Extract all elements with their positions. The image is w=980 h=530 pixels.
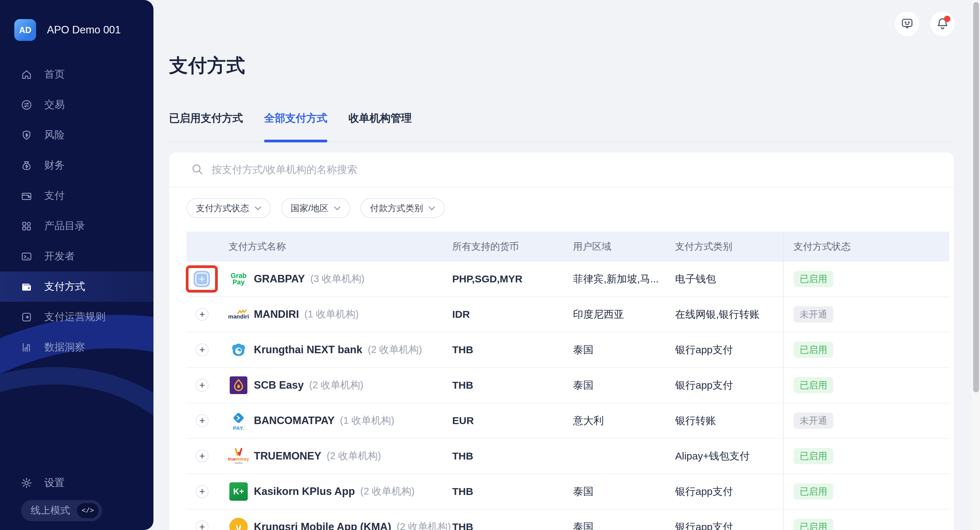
sidebar-item-rules[interactable]: 支付运营规则 <box>0 302 153 332</box>
status-cell: 已启用 <box>783 439 950 473</box>
sidebar-item-label: 交易 <box>44 98 65 112</box>
table-row: + Krungthai NEXT bank (2 收单机构) THB 泰国 银行… <box>186 332 950 368</box>
search-bar[interactable]: 按支付方式/收单机构的名称搜索 <box>169 153 954 187</box>
sidebar-item-label: 设置 <box>44 476 65 490</box>
filter-payment-category[interactable]: 付款方式类别 <box>360 198 445 218</box>
acquirer-count: (2 收单机构) <box>327 449 381 463</box>
expand-row-button[interactable]: + <box>196 343 208 356</box>
tab-enabled-payment-methods[interactable]: 已启用支付方式 <box>169 111 243 142</box>
notification-dot <box>944 16 950 22</box>
scrollbar-thumb[interactable] <box>973 2 979 393</box>
expand-cell: + <box>186 262 229 296</box>
sidebar-item-home[interactable]: 首页 <box>0 59 153 89</box>
currencies-cell: IDR <box>452 309 573 320</box>
payment-methods-icon <box>21 281 33 293</box>
expand-row-button[interactable]: + <box>196 308 208 321</box>
region-cell: 泰国 <box>573 378 675 393</box>
risk-icon <box>21 129 33 141</box>
status-cell: 已启用 <box>783 474 950 509</box>
catalog-icon <box>21 220 33 232</box>
gear-icon <box>21 477 33 489</box>
sidebar-item-risk[interactable]: 风险 <box>0 120 153 150</box>
table-row: + truemoney wallet TRUEMONEY (2 收单机构) TH… <box>186 439 950 474</box>
category-cell: 在线网银,银行转账 <box>675 308 783 322</box>
currencies-cell: THB <box>452 344 573 356</box>
payment-method-cell: Krungsri Mobile App (KMA) (2 收单机构) <box>229 517 452 530</box>
payment-method-name: BANCOMATPAY <box>254 415 334 427</box>
status-badge: 已启用 <box>794 483 833 500</box>
filter-label: 付款方式类别 <box>370 202 423 214</box>
sidebar-item-finance[interactable]: 财务 <box>0 150 153 180</box>
account-profile[interactable]: AD APO Demo 001 <box>0 0 153 41</box>
table-row: + PAY. BANCOMATPAY (1 收单机构) EUR 意大利 银行转账… <box>186 403 950 439</box>
online-mode-toggle[interactable]: 线上模式 </> <box>21 500 102 521</box>
currencies-cell: THB <box>452 450 573 462</box>
notifications-button[interactable] <box>930 11 955 36</box>
sidebar-item-payment-methods[interactable]: 支付方式 <box>0 271 153 302</box>
sidebar-item-insights[interactable]: 数据洞察 <box>0 332 153 362</box>
page-title: 支付方式 <box>169 0 980 78</box>
filter-country-region[interactable]: 国家/地区 <box>281 198 350 218</box>
region-cell: 泰国 <box>573 520 675 530</box>
sidebar-item-settings[interactable]: 设置 <box>21 476 65 490</box>
filter-label: 支付方式状态 <box>196 202 249 214</box>
sidebar-item-transactions[interactable]: 交易 <box>0 89 153 120</box>
truemoney-logo-icon: truemoney wallet <box>229 446 248 466</box>
bancomatpay-logo-icon: PAY. <box>229 411 248 431</box>
status-cell: 未开通 <box>783 297 950 332</box>
expand-row-button[interactable]: + <box>196 414 208 427</box>
payment-method-cell: truemoney wallet TRUEMONEY (2 收单机构) <box>229 446 452 466</box>
status-cell: 已启用 <box>783 509 950 530</box>
filter-label: 国家/地区 <box>291 202 328 214</box>
currencies-cell: THB <box>452 521 573 530</box>
expand-row-button[interactable]: + <box>196 450 208 463</box>
sidebar-item-payments[interactable]: 支付 <box>0 180 153 211</box>
sidebar-item-developer[interactable]: 开发者 <box>0 241 153 271</box>
sidebar-item-label: 首页 <box>44 67 65 81</box>
payment-method-name: TRUEMONEY <box>254 450 321 462</box>
topbar <box>895 11 955 36</box>
expand-row-button[interactable]: + <box>196 520 208 530</box>
status-badge: 未开通 <box>794 306 833 322</box>
expand-row-button[interactable]: + <box>196 485 208 498</box>
plus-icon: + <box>199 310 205 319</box>
category-cell: 电子钱包 <box>675 272 783 286</box>
status-badge: 已启用 <box>794 448 833 464</box>
home-icon <box>21 69 33 81</box>
header-currencies: 所有支持的货币 <box>452 240 573 253</box>
status-cell: 已启用 <box>783 262 950 296</box>
payment-methods-table: 支付方式名称 所有支持的货币 用户区域 支付方式类别 支付方式状态 + Grab… <box>186 231 950 530</box>
page-scrollbar[interactable] <box>972 0 980 530</box>
status-cell: 已启用 <box>783 368 950 402</box>
expand-row-button[interactable]: + <box>196 379 208 392</box>
payment-method-cell: Krungthai NEXT bank (2 收单机构) <box>229 340 452 360</box>
sidebar-item-label: 风险 <box>44 128 65 142</box>
expand-cell: + <box>186 368 229 402</box>
tab-acquirer-management[interactable]: 收单机构管理 <box>348 111 412 142</box>
payment-method-cell: GrabPay GRABPAY (3 收单机构) <box>229 269 452 289</box>
tabs: 已启用支付方式 全部支付方式 收单机构管理 <box>169 111 954 142</box>
currencies-cell: PHP,SGD,MYR <box>452 273 573 285</box>
mandiri-logo-icon: mandiri <box>229 305 248 324</box>
krungsri-logo-icon <box>229 517 248 530</box>
category-cell: 银行转账 <box>675 414 783 428</box>
payment-method-name: SCB Easy <box>254 379 304 391</box>
sidebar-item-catalog[interactable]: 产品目录 <box>0 211 153 241</box>
expand-cell: + <box>186 474 229 509</box>
expand-cell: + <box>186 439 229 473</box>
table-row: + K+ Kasikorn KPlus App (2 收单机构) THB 泰国 … <box>186 474 950 509</box>
krungthai-logo-icon <box>229 340 248 360</box>
table-row: + GrabPay GRABPAY (3 收单机构) PHP,SGD,MYR 菲… <box>186 262 950 297</box>
chevron-down-icon <box>255 206 261 211</box>
sidebar-item-label: 开发者 <box>44 249 75 263</box>
tab-all-payment-methods[interactable]: 全部支付方式 <box>264 111 327 142</box>
mode-label: 线上模式 <box>30 504 70 517</box>
status-badge: 已启用 <box>794 377 833 393</box>
table-row: + Krungsri Mobile App (KMA) (2 收单机构) THB… <box>186 509 950 530</box>
filter-payment-method-status[interactable]: 支付方式状态 <box>186 198 271 218</box>
expand-cell: + <box>186 332 229 367</box>
payment-method-name: GRABPAY <box>254 273 305 285</box>
scb-logo-icon <box>229 375 248 395</box>
feedback-button[interactable] <box>895 11 920 36</box>
acquirer-count: (2 收单机构) <box>368 343 422 357</box>
